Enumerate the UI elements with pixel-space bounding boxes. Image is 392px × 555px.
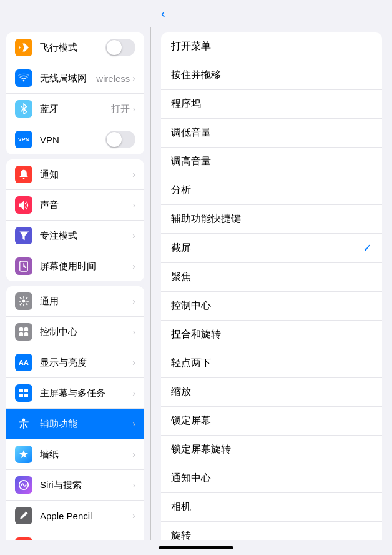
pencil-chevron-icon: › [132,511,135,521]
sidebar-section: 通用› 控制中心›AA显示与亮度› 主屏幕与多任务› 辅助功能› 墙纸› Sir… [6,286,144,540]
detail-item-shortcut[interactable]: 程序坞 [161,90,382,119]
detail-label-open_menu: 打开菜单 [171,40,372,53]
top-header: ‹ [0,0,392,28]
sidebar-item-pencil[interactable]: Apple Pencil› [6,501,144,531]
accessibility-icon [15,415,32,432]
vpn-label: VPN [40,134,105,145]
accessibility-label: 辅助功能 [40,418,132,430]
sidebar: 飞行模式 无线局域网wireless› 蓝牙打开›VPNVPN 通知› 声音› … [0,28,151,540]
sidebar-section: 通知› 声音› 专注模式› 屏幕使用时间› [6,159,144,281]
sidebar-item-homescreen[interactable]: 主屏幕与多任务› [6,378,144,409]
svg-rect-7 [24,332,28,336]
svg-rect-10 [19,394,23,398]
detail-item-press_drag[interactable]: 按住并拖移 [161,61,382,90]
sidebar-item-general_settings[interactable]: 通用› [6,286,144,317]
airplane-label: 飞行模式 [40,42,105,54]
sidebar-item-siri[interactable]: Siri与搜索› [6,470,144,501]
airplane-toggle[interactable] [105,39,135,56]
home-indicator[interactable] [159,546,233,549]
svg-rect-9 [24,389,28,392]
detail-item-accessibility_shortcut[interactable]: 辅助功能快捷键 [161,205,382,234]
svg-rect-4 [19,328,23,331]
detail-label-double_tap: 轻点两下 [171,357,372,370]
svg-point-3 [22,300,26,303]
detail-item-focus[interactable]: 聚焦 [161,263,382,292]
detail-label-analytics: 分析 [171,184,372,197]
detail-item-lock_rotate[interactable]: 锁定屏幕旋转 [161,436,382,464]
siri-icon [15,476,32,494]
siri-chevron-icon: › [132,480,135,490]
wallpaper-label: 墙纸 [40,449,132,461]
detail-item-raise_vol[interactable]: 调高音量 [161,148,382,176]
touchid-icon [15,538,32,540]
sidebar-item-screentime[interactable]: 屏幕使用时间› [6,251,144,281]
controlcenter-icon [15,323,32,341]
focus-icon [15,227,32,244]
sidebar-item-bluetooth[interactable]: 蓝牙打开› [6,94,144,124]
main-content: 飞行模式 无线局域网wireless› 蓝牙打开›VPNVPN 通知› 声音› … [0,28,392,540]
focus-label: 专注模式 [40,230,132,242]
detail-label-screenshot: 截屏 [171,242,363,255]
detail-item-lock_screen[interactable]: 锁定屏幕 [161,407,382,436]
sidebar-item-controlcenter[interactable]: 控制中心› [6,317,144,348]
screentime-icon [15,258,32,275]
detail-label-pinch_rotate: 捏合和旋转 [171,328,372,341]
sidebar-item-sound[interactable]: 声音› [6,190,144,221]
wifi-label: 无线局域网 [40,72,96,84]
detail-label-control_center: 控制中心 [171,299,372,312]
sidebar-item-vpn[interactable]: VPNVPN [6,124,144,154]
wifi-value: wireless [96,73,130,84]
sidebar-item-airplane[interactable]: 飞行模式 [6,32,144,63]
detail-item-double_tap[interactable]: 轻点两下 [161,349,382,378]
detail-item-control_center[interactable]: 控制中心 [161,292,382,321]
detail-label-accessibility_shortcut: 辅助功能快捷键 [171,212,372,226]
back-chevron-icon: ‹ [161,6,165,21]
sidebar-item-display[interactable]: AA显示与亮度› [6,348,144,378]
detail-item-notification_center[interactable]: 通知中心 [161,464,382,493]
sidebar-item-focus[interactable]: 专注模式› [6,221,144,251]
detail-label-notification_center: 通知中心 [171,472,372,485]
detail-check-screenshot: ✓ [363,241,372,255]
svg-point-12 [22,418,26,421]
svg-rect-6 [19,332,23,336]
accessibility-chevron-icon: › [132,419,135,429]
detail-label-press_drag: 按住并拖移 [171,69,372,82]
sidebar-item-wallpaper[interactable]: 墙纸› [6,439,144,470]
focus-chevron-icon: › [132,231,135,241]
back-button[interactable]: ‹ [161,6,167,21]
detail-header: ‹ [151,0,392,28]
detail-item-pinch_rotate[interactable]: 捏合和旋转 [161,321,382,349]
sidebar-item-wifi[interactable]: 无线局域网wireless› [6,63,144,94]
detail-item-lower_vol[interactable]: 调低音量 [161,119,382,148]
detail-label-camera: 相机 [171,501,372,514]
detail-label-lock_rotate: 锁定屏幕旋转 [171,443,372,456]
sidebar-title [0,0,151,28]
sound-icon [15,196,32,214]
detail-label-zoom: 缩放 [171,386,372,399]
sidebar-item-notification[interactable]: 通知› [6,159,144,190]
display-chevron-icon: › [132,358,135,368]
detail-label-rotate: 旋转 [171,529,372,540]
svg-rect-5 [24,328,28,331]
detail-item-open_menu[interactable]: 打开菜单 [161,32,382,61]
detail-label-focus: 聚焦 [171,271,372,284]
detail-item-analytics[interactable]: 分析 [161,176,382,205]
detail-item-rotate[interactable]: 旋转 [161,522,382,540]
bluetooth-chevron-icon: › [132,104,135,114]
detail-item-screenshot[interactable]: 截屏✓ [161,234,382,263]
vpn-toggle[interactable] [105,131,135,148]
sound-chevron-icon: › [132,200,135,210]
detail-label-raise_vol: 调高音量 [171,155,372,168]
detail-item-zoom[interactable]: 缩放 [161,378,382,407]
controlcenter-label: 控制中心 [40,326,132,338]
detail-section: 打开菜单按住并拖移程序坞调低音量调高音量分析辅助功能快捷键截屏✓聚焦控制中心捏合… [161,32,382,540]
sidebar-item-touchid[interactable]: 触控ID与密码› [6,531,144,540]
detail-label-shortcut: 程序坞 [171,98,372,111]
general_settings-icon [15,292,32,310]
wifi-chevron-icon: › [132,73,135,83]
sidebar-section: 飞行模式 无线局域网wireless› 蓝牙打开›VPNVPN [6,32,144,154]
display-label: 显示与亮度 [40,357,132,369]
detail-item-camera[interactable]: 相机 [161,493,382,522]
svg-rect-8 [19,389,23,392]
sidebar-item-accessibility[interactable]: 辅助功能› [6,409,144,439]
